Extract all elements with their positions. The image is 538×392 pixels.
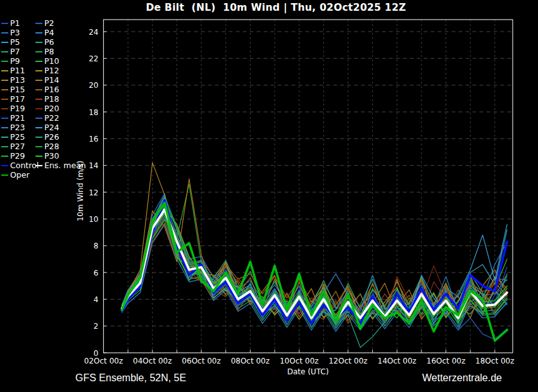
x-tick-label: 14Oct 00z: [378, 357, 416, 365]
meteogram-canvas: De Bilt (NL) 10m Wind | Thu, 02Oct2025 1…: [0, 0, 538, 392]
y-tick-label: 6: [94, 269, 99, 278]
y-tick-label: 2: [94, 322, 99, 331]
y-tick-label: 16: [89, 135, 98, 144]
y-tick-label: 14: [89, 161, 98, 170]
y-tick-label: 24: [89, 28, 98, 37]
x-tick-label: 04Oct 00z: [133, 357, 172, 365]
y-tick-label: 4: [94, 295, 99, 304]
x-tick-label: 08Oct 00z: [231, 357, 270, 365]
footer-site-label: Wetterzentrale.de: [422, 372, 502, 384]
x-tick-label: 16Oct 00z: [427, 357, 465, 365]
y-axis-title: 10m Wind (m/s): [76, 161, 85, 221]
y-tick-label: 12: [89, 188, 98, 197]
x-tick-label: 18Oct 00z: [475, 357, 514, 365]
footer-source-label: GFS Ensemble, 52N, 5E: [75, 372, 186, 384]
y-tick-label: 8: [94, 242, 99, 250]
y-tick-label: 20: [89, 81, 98, 90]
x-tick-label: 02Oct 00z: [84, 357, 123, 365]
x-tick-label: 12Oct 00z: [328, 357, 367, 365]
x-tick-label: 10Oct 00z: [280, 357, 318, 365]
x-tick-label: 06Oct 00z: [182, 357, 220, 365]
y-tick-label: 18: [89, 108, 98, 117]
y-tick-label: 10: [89, 215, 98, 224]
y-tick-label: 22: [89, 54, 98, 63]
